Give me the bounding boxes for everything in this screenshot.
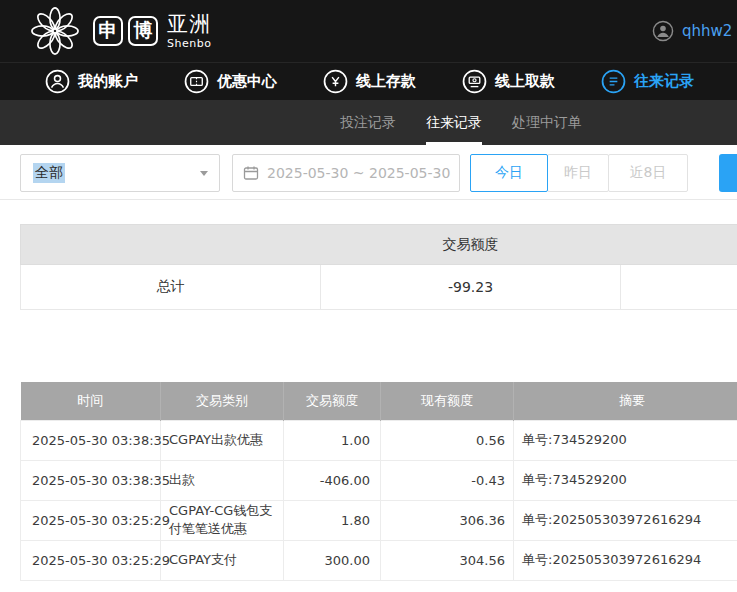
- user-account[interactable]: qhhw2: [652, 0, 732, 62]
- nav-item-label: 线上取款: [495, 72, 555, 91]
- cell-time: 2025-05-30 03:38:35: [21, 460, 161, 500]
- transactions-table: 时间 交易类别 交易额度 现有额度 摘要 2025-05-30 03:38:35…: [20, 382, 737, 581]
- tab-transaction-records[interactable]: 往来记录: [426, 100, 482, 145]
- record-subtabs: 投注记录 往来记录 处理中订单: [0, 100, 737, 145]
- cell-time: 2025-05-30 03:25:29: [21, 500, 161, 540]
- brand-region: 亚洲: [167, 12, 211, 36]
- summary-title: 交易额度: [21, 225, 737, 265]
- cell-type: CGPAY支付: [161, 540, 284, 580]
- summary-total-label: 总计: [21, 265, 321, 310]
- col-balance: 现有额度: [381, 382, 514, 420]
- cell-amount: 1.80: [284, 500, 381, 540]
- tab-betting-records[interactable]: 投注记录: [340, 100, 396, 145]
- col-memo: 摘要: [514, 382, 737, 420]
- filter-bar: 全部 2025-05-30 ~ 2025-05-30 今日 昨日 近8日: [0, 145, 737, 200]
- cell-balance: -0.43: [381, 460, 514, 500]
- cell-type: CGPAY-CG钱包支付笔笔送优惠: [161, 500, 284, 540]
- cell-amount: -406.00: [284, 460, 381, 500]
- nav-item-my-account[interactable]: 我的账户: [45, 69, 138, 94]
- search-button[interactable]: [719, 154, 737, 192]
- records-icon: [601, 69, 626, 94]
- table-row: 2025-05-30 03:38:35 出款 -406.00 -0.43 单号:…: [21, 460, 737, 500]
- cell-type: CGPAY出款优惠: [161, 420, 284, 460]
- logo-char-box-1: 申: [93, 16, 123, 46]
- coupon-icon: [184, 69, 209, 94]
- col-type: 交易类别: [161, 382, 284, 420]
- tab-processing-orders[interactable]: 处理中订单: [512, 100, 582, 145]
- calendar-icon: [243, 165, 259, 181]
- table-row: 2025-05-30 03:25:29 CGPAY-CG钱包支付笔笔送优惠 1.…: [21, 500, 737, 540]
- category-select-value: 全部: [33, 163, 65, 183]
- nav-item-promotions[interactable]: 优惠中心: [184, 69, 277, 94]
- user-icon: [45, 69, 70, 94]
- yesterday-button[interactable]: 昨日: [547, 154, 609, 192]
- summary-total-value: -99.23: [321, 265, 621, 310]
- nav-item-records[interactable]: 往来记录: [601, 69, 694, 94]
- user-avatar-icon: [652, 20, 674, 42]
- withdraw-icon: [462, 69, 487, 94]
- nav-item-label: 我的账户: [78, 72, 138, 91]
- cell-time: 2025-05-30 03:25:29: [21, 540, 161, 580]
- flower-logo-icon: [30, 6, 80, 56]
- brand-romanized: Shenbo: [167, 38, 211, 49]
- summary-extra-cell: [621, 265, 737, 310]
- last-8-days-button[interactable]: 近8日: [608, 154, 688, 192]
- table-header-row: 时间 交易类别 交易额度 现有额度 摘要: [21, 382, 737, 420]
- summary-table: 交易额度 总计 -99.23: [20, 224, 737, 310]
- cell-memo: 单号:202505303972616294: [514, 540, 737, 580]
- nav-item-withdraw[interactable]: 线上取款: [462, 69, 555, 94]
- nav-item-deposit[interactable]: 线上存款: [323, 69, 416, 94]
- username: qhhw2: [682, 22, 732, 40]
- date-range-value: 2025-05-30 ~ 2025-05-30: [267, 165, 450, 181]
- cell-type: 出款: [161, 460, 284, 500]
- cell-amount: 300.00: [284, 540, 381, 580]
- table-row: 2025-05-30 03:25:29 CGPAY支付 300.00 304.5…: [21, 540, 737, 580]
- table-row: 2025-05-30 03:38:35 CGPAY出款优惠 1.00 0.56 …: [21, 420, 737, 460]
- logo-char-box-2: 博: [128, 16, 158, 46]
- nav-item-label: 线上存款: [356, 72, 416, 91]
- nav-item-label: 优惠中心: [217, 72, 277, 91]
- cell-memo: 单号:734529200: [514, 420, 737, 460]
- cell-balance: 304.56: [381, 540, 514, 580]
- today-button[interactable]: 今日: [470, 154, 548, 192]
- cell-balance: 306.36: [381, 500, 514, 540]
- chevron-down-icon: [200, 171, 208, 176]
- cell-memo: 单号:202505303972616294: [514, 500, 737, 540]
- category-select[interactable]: 全部: [20, 154, 220, 192]
- cell-time: 2025-05-30 03:38:35: [21, 420, 161, 460]
- cell-memo: 单号:734529200: [514, 460, 737, 500]
- nav-item-label: 往来记录: [634, 72, 694, 91]
- main-nav: 我的账户 优惠中心 线上存款 线上: [0, 62, 737, 100]
- deposit-icon: [323, 69, 348, 94]
- summary-row: 总计 -99.23: [21, 265, 737, 310]
- top-header: 申 博 亚洲 Shenbo qhhw2: [0, 0, 737, 62]
- brand-logo[interactable]: 申 博 亚洲 Shenbo: [30, 6, 211, 56]
- date-range-input[interactable]: 2025-05-30 ~ 2025-05-30: [232, 154, 460, 192]
- cell-amount: 1.00: [284, 420, 381, 460]
- brand-region-wrap: 亚洲 Shenbo: [167, 14, 211, 49]
- cell-balance: 0.56: [381, 420, 514, 460]
- col-amount: 交易额度: [284, 382, 381, 420]
- col-time: 时间: [21, 382, 161, 420]
